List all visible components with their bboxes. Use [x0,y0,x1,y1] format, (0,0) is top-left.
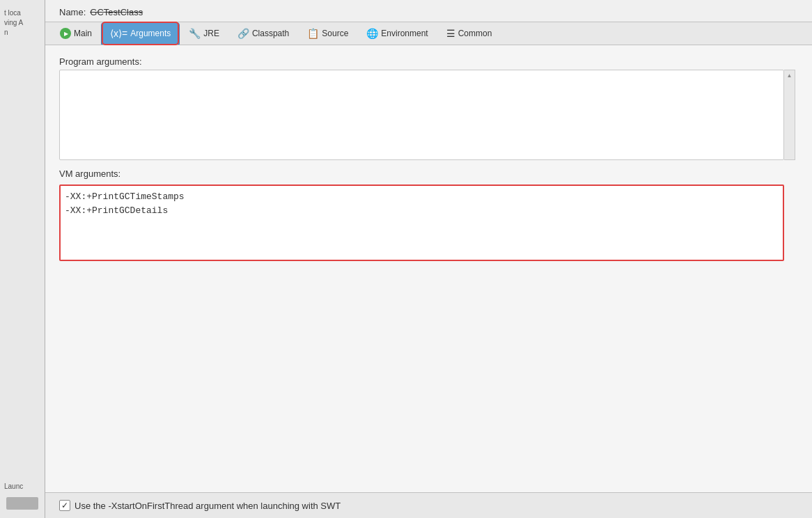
program-args-container: ▲ [59,70,798,160]
tab-arguments[interactable]: ⟨x⟩= Arguments [101,22,180,45]
program-args-label: Program arguments: [59,56,798,67]
source-icon: 📋 [307,28,319,39]
tabs-row: Main ⟨x⟩= Arguments 🔧 JRE 🔗 Classpath 📋 … [45,22,812,45]
jre-icon: 🔧 [189,28,201,39]
tab-common[interactable]: ☰ Common [437,22,501,45]
tab-source-label: Source [322,29,348,38]
common-icon: ☰ [446,28,455,39]
name-row: Name: GCTestClass [45,0,812,22]
tab-environment[interactable]: 🌐 Environment [357,22,437,45]
arguments-icon: ⟨x⟩= [110,28,127,39]
tab-classpath-label: Classpath [252,29,289,38]
sidebar-bottom: Launc [3,479,42,512]
sidebar-gray-box [6,497,38,510]
tab-environment-label: Environment [381,29,428,38]
play-circle-icon [60,28,71,39]
sidebar-text-2: Launc [3,479,42,494]
main-content: Name: GCTestClass Main ⟨x⟩= Arguments 🔧 … [45,0,812,518]
tab-classpath[interactable]: 🔗 Classpath [228,22,298,45]
swt-checkbox[interactable]: ✓ [59,500,70,511]
program-args-scrollbar[interactable]: ▲ [784,70,795,160]
scrollbar-up-btn: ▲ [787,72,793,79]
vm-args-label: VM arguments: [59,168,798,179]
program-args-section: Program arguments: ▲ [59,56,798,160]
tab-jre[interactable]: 🔧 JRE [180,22,228,45]
name-label: Name: [59,7,86,17]
classpath-icon: 🔗 [237,28,249,39]
sidebar: t loca ving A n Launc [0,0,45,518]
tab-source[interactable]: 📋 Source [298,22,357,45]
tab-jre-label: JRE [203,29,219,38]
name-value: GCTestClass [90,7,143,17]
vm-args-container [59,185,798,261]
sidebar-text-1: t loca ving A n [3,6,42,40]
swt-label: Use the -XstartOnFirstThread argument wh… [75,501,341,511]
program-args-input[interactable] [59,70,784,160]
vm-args-section: VM arguments: [59,168,798,261]
environment-icon: 🌐 [366,28,378,39]
tab-common-label: Common [458,29,492,38]
tab-arguments-label: Arguments [130,29,171,38]
swt-checkbox-wrapper[interactable]: ✓ Use the -XstartOnFirstThread argument … [59,500,341,511]
vm-args-input[interactable] [59,185,784,261]
bottom-bar: ✓ Use the -XstartOnFirstThread argument … [45,492,812,518]
form-area: Program arguments: ▲ VM arguments: [45,45,812,492]
tab-main-label: Main [74,29,92,38]
tab-main[interactable]: Main [51,22,101,45]
